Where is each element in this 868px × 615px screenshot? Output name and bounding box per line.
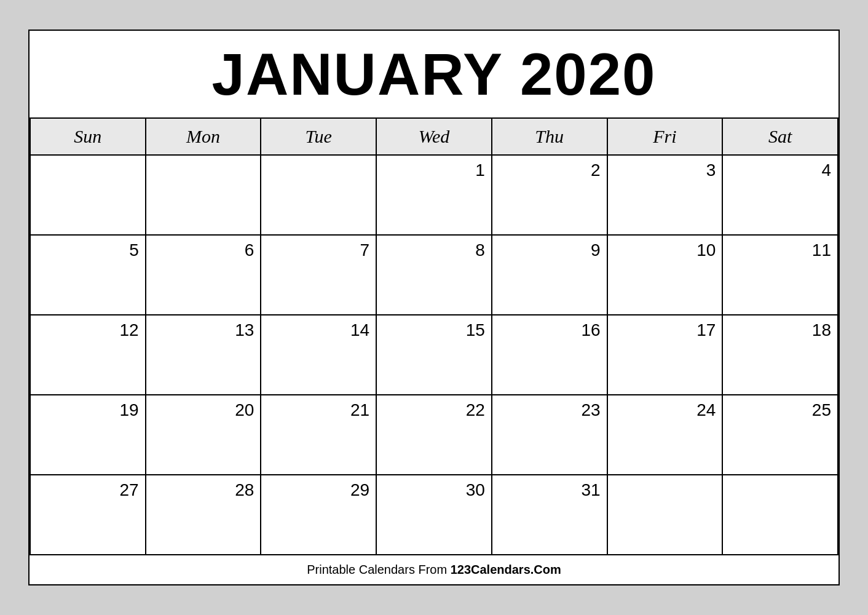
table-row: 17 bbox=[608, 315, 724, 395]
table-row: 30 bbox=[377, 475, 492, 555]
table-row: 23 bbox=[492, 395, 608, 475]
header-tue: Tue bbox=[261, 119, 377, 156]
calendar-grid: Sun Mon Tue Wed Thu Fri Sat 1 2 3 4 5 6 … bbox=[30, 119, 838, 555]
table-row: 14 bbox=[261, 315, 377, 395]
header-wed: Wed bbox=[377, 119, 492, 156]
header-mon: Mon bbox=[146, 119, 262, 156]
table-row bbox=[723, 475, 838, 555]
table-row: 8 bbox=[377, 236, 492, 315]
header-fri: Fri bbox=[608, 119, 724, 156]
calendar-container: JANUARY 2020 Sun Mon Tue Wed Thu Fri Sat… bbox=[28, 30, 840, 586]
table-row: 6 bbox=[146, 236, 262, 315]
table-row: 2 bbox=[492, 156, 608, 236]
table-row: 20 bbox=[146, 395, 262, 475]
table-row bbox=[261, 156, 377, 236]
table-row: 13 bbox=[146, 315, 262, 395]
table-row: 25 bbox=[723, 395, 838, 475]
table-row: 21 bbox=[261, 395, 377, 475]
table-row: 29 bbox=[261, 475, 377, 555]
table-row: 22 bbox=[377, 395, 492, 475]
table-row: 5 bbox=[31, 236, 146, 315]
table-row: 16 bbox=[492, 315, 608, 395]
table-row bbox=[146, 156, 262, 236]
table-row bbox=[31, 156, 146, 236]
table-row: 10 bbox=[608, 236, 724, 315]
header-sun: Sun bbox=[31, 119, 146, 156]
table-row: 15 bbox=[377, 315, 492, 395]
table-row: 24 bbox=[608, 395, 724, 475]
table-row: 7 bbox=[261, 236, 377, 315]
table-row: 28 bbox=[146, 475, 262, 555]
table-row bbox=[608, 475, 724, 555]
calendar-title: JANUARY 2020 bbox=[30, 31, 838, 119]
table-row: 12 bbox=[31, 315, 146, 395]
footer-brand: 123Calendars.Com bbox=[451, 563, 561, 576]
table-row: 19 bbox=[31, 395, 146, 475]
footer-text: Printable Calendars From bbox=[307, 563, 450, 576]
header-thu: Thu bbox=[492, 119, 608, 156]
header-sat: Sat bbox=[723, 119, 838, 156]
table-row: 9 bbox=[492, 236, 608, 315]
table-row: 31 bbox=[492, 475, 608, 555]
table-row: 18 bbox=[723, 315, 838, 395]
table-row: 1 bbox=[377, 156, 492, 236]
calendar-footer: Printable Calendars From 123Calendars.Co… bbox=[30, 555, 838, 584]
table-row: 4 bbox=[723, 156, 838, 236]
table-row: 11 bbox=[723, 236, 838, 315]
table-row: 3 bbox=[608, 156, 724, 236]
table-row: 27 bbox=[31, 475, 146, 555]
